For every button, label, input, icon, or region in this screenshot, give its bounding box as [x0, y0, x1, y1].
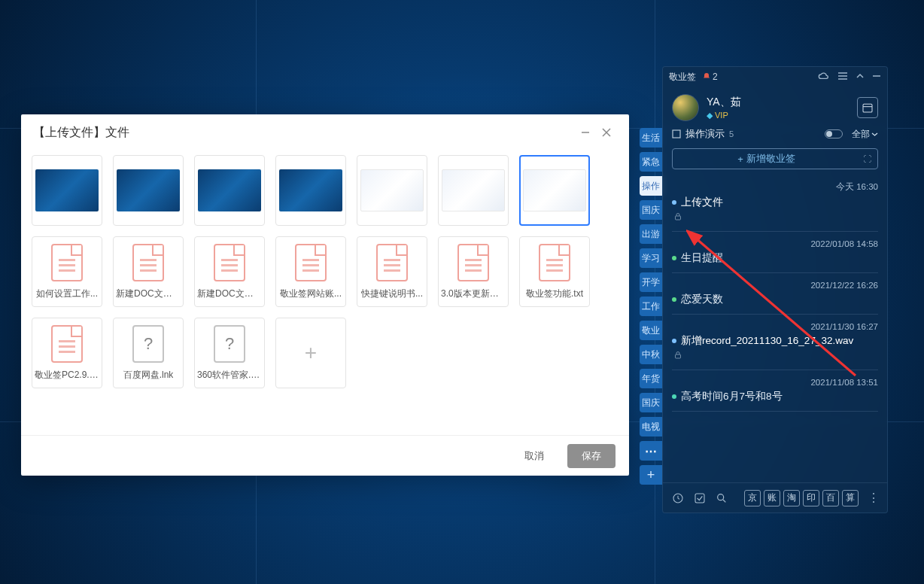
- svg-rect-7: [863, 104, 872, 112]
- check-icon[interactable]: [692, 491, 707, 506]
- image-tile[interactable]: [357, 155, 427, 226]
- category-more[interactable]: ⋯: [640, 441, 662, 461]
- calendar-icon[interactable]: [857, 97, 878, 118]
- note-title: 高考时间6月7号和8号: [681, 390, 783, 403]
- note-item[interactable]: 2021/11/08 13:51高考时间6月7号和8号: [672, 370, 878, 412]
- bell-badge[interactable]: 2: [702, 71, 718, 82]
- search-icon[interactable]: [715, 491, 729, 506]
- svg-point-14: [718, 494, 724, 500]
- note-title: 生日提醒: [681, 251, 723, 265]
- upload-titlebar: 【上传文件】文件: [21, 114, 629, 149]
- menu-icon[interactable]: [837, 71, 848, 83]
- note-item[interactable]: 2021/12/22 16:26恋爱天数: [672, 273, 878, 315]
- note-date: 2022/01/08 14:58: [672, 239, 878, 248]
- file-tile[interactable]: 敬业签PC2.9.0...: [32, 318, 102, 388]
- expand-icon: ⛶: [863, 154, 871, 163]
- close-button[interactable]: [596, 123, 617, 141]
- image-tile[interactable]: [194, 155, 265, 226]
- category-tab[interactable]: 年货: [640, 369, 662, 388]
- note-item[interactable]: 2021/11/30 16:27新增record_20211130_16_27_…: [672, 315, 878, 370]
- image-tile[interactable]: [113, 155, 184, 226]
- file-tile[interactable]: 如何设置工作...: [32, 236, 102, 307]
- file-tile[interactable]: 敬业签功能.txt: [519, 236, 590, 307]
- more-icon[interactable]: ⋮: [868, 491, 880, 505]
- user-name: YA、茹: [707, 96, 741, 109]
- cancel-button[interactable]: 取消: [510, 444, 558, 468]
- collapse-icon[interactable]: [856, 71, 865, 82]
- cloud-icon[interactable]: [818, 71, 830, 83]
- section-bar: 操作演示 5 全部: [663, 126, 887, 145]
- category-tab[interactable]: 紧急: [640, 152, 662, 172]
- category-tab[interactable]: 工作: [640, 297, 662, 316]
- file-tile[interactable]: ?百度网盘.lnk: [113, 318, 184, 388]
- category-tab[interactable]: 国庆: [640, 200, 662, 220]
- category-tab[interactable]: 开学: [640, 272, 662, 292]
- chevron-down-icon: [871, 131, 878, 138]
- category-strip: 生活紧急操作国庆出游学习开学工作敬业中秋年货国庆电视⋯+: [640, 128, 662, 485]
- category-tab[interactable]: 学习: [640, 248, 662, 268]
- status-dot: [672, 394, 676, 399]
- lock-icon: [673, 351, 878, 362]
- category-tab[interactable]: 电视: [640, 417, 662, 436]
- note-title: 上传文件: [681, 196, 723, 209]
- panel-minimize-icon[interactable]: [872, 71, 881, 82]
- vip-badge: ◆VIP: [707, 111, 741, 120]
- image-tile[interactable]: [519, 155, 590, 226]
- note-item[interactable]: 2022/01/08 14:58生日提醒: [672, 232, 878, 273]
- category-add[interactable]: +: [640, 465, 662, 485]
- bell-count: 2: [713, 71, 718, 82]
- note-date: 2021/11/08 13:51: [672, 378, 878, 387]
- shortcut-button[interactable]: 淘: [783, 490, 800, 506]
- file-tile[interactable]: 新建DOC文档(...: [194, 236, 265, 307]
- category-tab[interactable]: 操作: [640, 176, 662, 196]
- file-tile[interactable]: 快捷键说明书...: [357, 236, 427, 307]
- image-tile[interactable]: [438, 155, 509, 226]
- minimize-button[interactable]: [575, 123, 596, 141]
- app-name: 敬业签: [669, 71, 696, 84]
- save-button[interactable]: 保存: [567, 444, 615, 468]
- category-tab[interactable]: 国庆: [640, 393, 662, 412]
- shortcut-button[interactable]: 账: [764, 490, 780, 506]
- notes-panel: 敬业签 2 YA、茹 ◆VIP 操作演示 5 全部 +: [662, 66, 888, 513]
- avatar[interactable]: [672, 94, 699, 121]
- svg-rect-10: [676, 216, 681, 220]
- image-tile[interactable]: [275, 155, 346, 226]
- file-name: 敬业签PC2.9.0...: [35, 369, 99, 382]
- file-tile[interactable]: 3.0版本更新会...: [438, 236, 509, 307]
- clock-icon[interactable]: [670, 491, 685, 506]
- category-tab[interactable]: 中秋: [640, 345, 662, 364]
- file-tile[interactable]: 新建DOC文档(...: [113, 236, 184, 307]
- add-note-button[interactable]: + 新增敬业签 ⛶: [672, 148, 878, 169]
- file-tile[interactable]: ?360软件管家.lnk: [194, 318, 265, 388]
- shortcut-button[interactable]: 京: [744, 490, 761, 506]
- note-item[interactable]: 今天 16:30上传文件: [672, 174, 878, 232]
- note-date: 2021/12/22 16:26: [672, 281, 878, 290]
- note-date: 今天 16:30: [672, 181, 878, 193]
- note-title: 新增record_20211130_16_27_32.wav: [681, 334, 853, 348]
- image-tile[interactable]: [32, 155, 102, 226]
- category-tab[interactable]: 生活: [640, 128, 662, 148]
- file-name: 新建DOC文档(...: [197, 287, 262, 300]
- status-dot: [672, 339, 676, 343]
- panel-top: 敬业签 2: [663, 67, 887, 87]
- file-name: 快捷键说明书...: [361, 287, 423, 300]
- category-tab[interactable]: 敬业: [640, 321, 662, 340]
- panel-bottom: 京账淘印百算 ⋮: [663, 482, 887, 513]
- note-title: 恋爱天数: [681, 293, 723, 306]
- shortcut-button[interactable]: 算: [842, 490, 859, 506]
- upload-footer: 取消 保存: [21, 435, 629, 476]
- add-file-button[interactable]: +: [275, 318, 346, 388]
- category-tab[interactable]: 出游: [640, 224, 662, 244]
- note-date: 2021/11/30 16:27: [672, 322, 878, 331]
- file-grid: 如何设置工作...新建DOC文档(...新建DOC文档(...敬业签网站账...…: [21, 149, 629, 394]
- file-name: 3.0版本更新会...: [441, 287, 506, 300]
- filter-dropdown[interactable]: 全部: [852, 128, 878, 141]
- view-toggle[interactable]: [825, 129, 843, 138]
- file-name: 如何设置工作...: [36, 287, 98, 300]
- shortcut-button[interactable]: 印: [803, 490, 819, 506]
- section-title: 操作演示: [685, 127, 725, 141]
- lock-icon: [673, 212, 878, 224]
- file-tile[interactable]: 敬业签网站账...: [275, 236, 346, 307]
- file-name: 敬业签网站账...: [280, 287, 342, 300]
- shortcut-button[interactable]: 百: [822, 490, 839, 506]
